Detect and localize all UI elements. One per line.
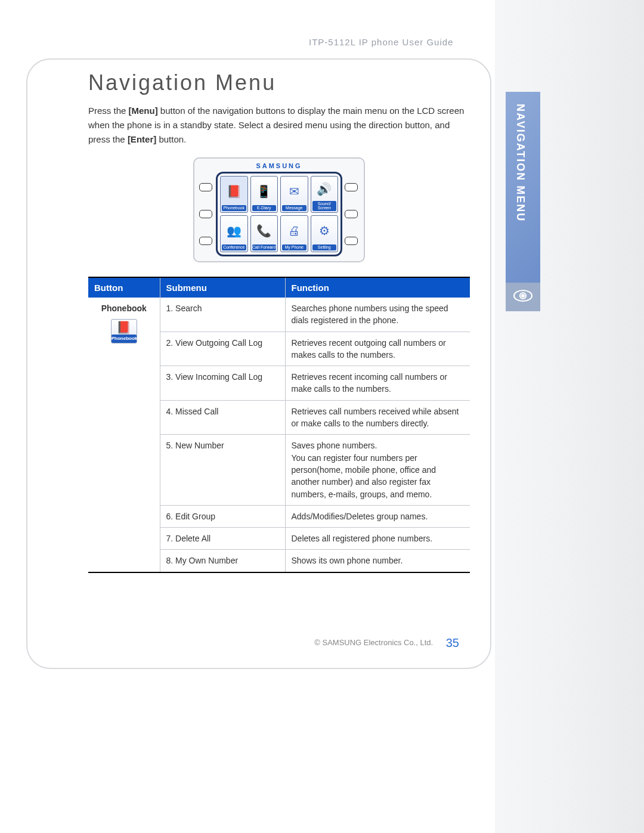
message-icon: ✉ — [289, 178, 299, 205]
phone-lcd-figure: SAMSUNG 📕Phonebook 📱E-Diary ✉Message 🔊So… — [193, 157, 365, 262]
table-function-cell: Retrieves recent outgoing call numbers o… — [285, 332, 470, 366]
softkey-icon — [199, 237, 212, 245]
conference-icon: 👥 — [227, 217, 242, 244]
intro-bold-enter: [Enter] — [128, 134, 156, 144]
softkey-icon — [199, 210, 212, 218]
menu-cell-label: Call Forward — [252, 244, 277, 250]
ediary-icon: 📱 — [256, 178, 271, 205]
menu-cell-myphone: 🖨My Phone — [280, 215, 308, 252]
button-icon-label: Phonebook — [112, 335, 137, 343]
softkey-icon — [345, 237, 358, 245]
callforward-icon: 📞 — [256, 217, 271, 244]
table-function-cell: Retrieves recent incoming call numbers o… — [285, 366, 470, 401]
intro-bold-menu: [Menu] — [129, 106, 158, 116]
table-submenu-cell: 1. Search — [160, 298, 285, 332]
side-rail-label: NAVIGATION MENU — [514, 104, 527, 222]
table-header-submenu: Submenu — [160, 277, 285, 298]
table-submenu-cell: 7. Delete All — [160, 528, 285, 550]
menu-cell-sound: 🔊Sound/ Screen — [311, 176, 339, 213]
menu-cell-label: Phonebook — [222, 205, 246, 211]
table-submenu-cell: 2. View Outgoing Call Log — [160, 332, 285, 366]
button-group-label: Phonebook — [101, 304, 147, 313]
softkey-icon — [199, 183, 212, 191]
table-function-cell: Shows its own phone number. — [285, 550, 470, 572]
menu-cell-label: Message — [282, 205, 306, 211]
table-header-function: Function — [285, 277, 470, 298]
table-function-cell: Deletes all registered phone numbers. — [285, 528, 470, 550]
table-function-cell: Searches phone numbers using the speed d… — [285, 298, 470, 332]
menu-cell-setting: ⚙Setting — [311, 215, 339, 252]
menu-cell-label: Sound/ Screen — [312, 201, 337, 211]
button-icon-tile: 📕 Phonebook — [111, 319, 137, 343]
table-function-cell: Retrieves call numbers received while ab… — [285, 400, 470, 435]
menu-cell-label: Setting — [312, 244, 337, 250]
intro-text: Press the — [88, 106, 129, 116]
page-content: Navigation Menu Press the [Menu] button … — [88, 70, 470, 573]
side-rail-icon-box — [506, 283, 540, 311]
menu-cell-label: E-Diary — [252, 205, 277, 211]
menu-cell-label: My Phone — [282, 244, 306, 250]
figure-left-keys — [199, 172, 213, 256]
figure-brand-label: SAMSUNG — [199, 162, 359, 169]
softkey-icon — [345, 183, 358, 191]
table-submenu-cell: 8. My Own Number — [160, 550, 285, 572]
menu-cell-callforward: 📞Call Forward — [250, 215, 278, 252]
page-number: 35 — [446, 636, 459, 649]
table-submenu-cell: 5. New Number — [160, 435, 285, 505]
table-header-button: Button — [88, 277, 160, 298]
document-header: ITP-5112L IP phone User Guide — [309, 37, 453, 47]
myphone-icon: 🖨 — [288, 217, 300, 244]
page-footer: © SAMSUNG Electronics Co., Ltd. 35 — [27, 636, 490, 650]
phonebook-icon: 📕 — [112, 321, 137, 333]
menu-cell-conference: 👥Conference — [220, 215, 248, 252]
eye-icon — [512, 285, 534, 309]
table-function-cell: Adds/Modifies/Deletes group names. — [285, 505, 470, 527]
figure-right-keys — [345, 172, 359, 256]
copyright-text: © SAMSUNG Electronics Co., Ltd. — [314, 638, 433, 647]
table-function-cell: Saves phone numbers. You can register fo… — [285, 435, 470, 505]
table-submenu-cell: 4. Missed Call — [160, 400, 285, 435]
sound-icon: 🔊 — [317, 178, 332, 201]
side-rail: NAVIGATION MENU — [495, 0, 644, 833]
figure-screen-grid: 📕Phonebook 📱E-Diary ✉Message 🔊Sound/ Scr… — [216, 172, 342, 256]
intro-paragraph: Press the [Menu] button of the navigatio… — [88, 104, 470, 147]
submenu-table: Button Submenu Function Phonebook 📕 Phon… — [88, 277, 470, 573]
menu-cell-phonebook: 📕Phonebook — [220, 176, 248, 213]
table-submenu-cell: 3. View Incoming Call Log — [160, 366, 285, 401]
softkey-icon — [345, 210, 358, 218]
intro-text: button. — [156, 134, 186, 144]
setting-icon: ⚙ — [319, 217, 330, 244]
page-title: Navigation Menu — [88, 70, 470, 95]
table-button-cell: Phonebook 📕 Phonebook — [88, 298, 160, 572]
menu-cell-ediary: 📱E-Diary — [250, 176, 278, 213]
svg-point-2 — [522, 295, 524, 297]
menu-cell-label: Conference — [222, 244, 246, 250]
menu-cell-message: ✉Message — [280, 176, 308, 213]
phonebook-icon: 📕 — [227, 178, 242, 205]
table-submenu-cell: 6. Edit Group — [160, 505, 285, 527]
